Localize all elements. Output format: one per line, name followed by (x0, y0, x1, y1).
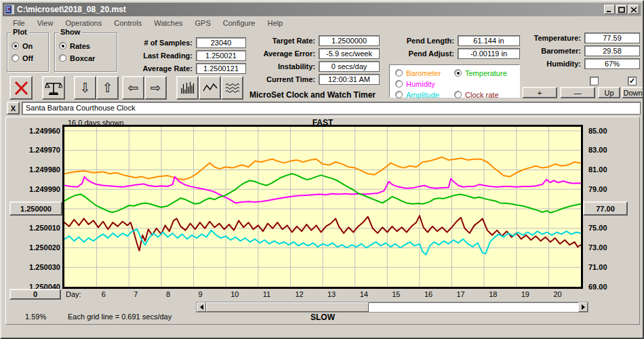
trace-radio-dot-humidity (395, 80, 403, 87)
field-value-average-rate: 1.2500121 (196, 63, 246, 74)
up-arrow-icon: ⇧ (102, 81, 113, 94)
menu-item-file[interactable]: File (7, 18, 31, 28)
field-value-instability: 0 secs/day (319, 61, 380, 72)
trace-label-clock-rate: Clock rate (465, 91, 499, 99)
field-label-target-rate: Target Rate: (245, 37, 315, 45)
field-label-temperature: Temperature: (506, 34, 581, 42)
minimize-button[interactable] (604, 5, 615, 14)
down-button[interactable]: Down (622, 87, 644, 98)
scroll-right-button[interactable] (578, 302, 588, 312)
line-plot-icon (202, 80, 218, 96)
session-name-field[interactable]: Santa Barbara Courthouse Clock (22, 102, 641, 115)
trace-radio-humidity[interactable]: Humidity (395, 79, 435, 88)
day-tick-12: 12 (295, 290, 303, 298)
percent-readout: 1.59% (25, 313, 46, 321)
field-value-current-time: 12:00:31 AM (319, 74, 380, 85)
menu-item-controls[interactable]: Controls (108, 18, 148, 28)
day-axis-label: Day: (66, 290, 81, 298)
arrow-down-button[interactable]: ⇩ (74, 76, 96, 100)
menu-item-help[interactable]: Help (262, 18, 289, 28)
day-tick-15: 15 (392, 290, 400, 298)
day-tick-6: 6 (102, 290, 106, 298)
radio-label-rates: Rates (70, 42, 90, 50)
arrow-right-button[interactable]: ⇨ (144, 76, 167, 100)
radio-plot-on[interactable]: On (12, 41, 33, 50)
field-barometer: Barometer:29.58 (506, 45, 640, 56)
smooth-view-button[interactable] (221, 76, 243, 100)
field-label-of-samples: # of Samples: (127, 39, 193, 47)
up-button[interactable]: Up (598, 87, 620, 98)
radio-show-boxcar[interactable]: Boxcar (59, 54, 95, 62)
menu-item-view[interactable]: View (31, 18, 60, 28)
day-tick-18: 18 (489, 290, 497, 298)
field-temperature: Temperature:77.59 (506, 33, 640, 43)
right-axis-button[interactable]: 77.00 (583, 201, 628, 216)
radio-dot-off (12, 54, 19, 62)
field-label-pend-length: Pend Length: (395, 37, 454, 45)
menu-item-watches[interactable]: Watches (148, 18, 188, 28)
chart-plot-svg (64, 127, 581, 287)
right-arrow-icon: ⇨ (150, 81, 161, 94)
trace-radio-dot-amplitude (395, 91, 403, 98)
trace-label-humidity: Humidity (406, 80, 435, 88)
minus-button[interactable]: — (560, 87, 595, 98)
trace-radio-barometer[interactable]: Barometer (395, 68, 441, 77)
red-x-icon (13, 80, 29, 96)
trace-radio-clock-rate[interactable]: Clock rate (454, 90, 499, 99)
menu-item-operations[interactable]: Operations (59, 18, 108, 28)
close-button[interactable] (628, 5, 639, 14)
plot-groupbox: Plot OnOff (7, 33, 49, 72)
field-label-average-error: Average Error: (245, 49, 315, 58)
right-axis-tick: 75.00 (588, 224, 630, 232)
trace-radio-amplitude[interactable]: Amplitude (395, 90, 439, 99)
plus-button[interactable]: + (522, 87, 557, 98)
histogram-view-button[interactable] (176, 76, 199, 100)
field-label-current-time: Current Time: (245, 75, 315, 83)
maximize-button[interactable] (616, 5, 627, 14)
checkbox-2[interactable]: ✓ (628, 77, 637, 85)
field-last-reading: Last Reading:1.250021 (127, 50, 246, 61)
clear-name-button[interactable]: X (7, 102, 20, 115)
radio-label-on: On (22, 42, 33, 50)
line-view-button[interactable] (199, 76, 221, 100)
field-label-last-reading: Last Reading: (127, 52, 193, 60)
left-axis-tick: 1.250030 (8, 263, 60, 271)
plus-button-label: + (538, 89, 542, 97)
day-tick-16: 16 (424, 290, 432, 298)
menu-item-configure[interactable]: Configure (217, 18, 262, 28)
left-axis-button[interactable]: 1.250000 (9, 201, 62, 216)
trace-radio-dot-temperature (454, 69, 462, 77)
balance-scale-icon (45, 80, 62, 96)
field-value-humidity: 67% (584, 58, 640, 69)
histogram-icon (180, 80, 196, 96)
radio-label-off: Off (22, 54, 33, 62)
zero-button[interactable]: 0 (9, 289, 61, 300)
balance-scale-button[interactable] (42, 76, 65, 100)
field-value-barometer: 29.58 (584, 45, 640, 56)
right-axis-tick: 85.00 (588, 127, 630, 135)
day-tick-20: 20 (553, 290, 561, 298)
radio-dot-boxcar (59, 54, 66, 62)
red-x-button[interactable] (9, 76, 33, 100)
arrow-up-button[interactable]: ⇧ (96, 76, 119, 100)
checkbox-1[interactable] (590, 77, 599, 85)
app-window: C:\microset\2018_08_20.mst FileViewOpera… (0, 0, 644, 339)
horizontal-scrollbar[interactable] (196, 302, 588, 313)
scrollbar-thumb[interactable] (206, 302, 369, 312)
minus-button-label: — (574, 89, 582, 97)
arrow-left-button[interactable]: ⇦ (122, 76, 144, 100)
field-value-temperature: 77.59 (584, 33, 640, 43)
trace-radio-temperature[interactable]: Temperature (454, 68, 507, 77)
chart-plot[interactable] (62, 125, 583, 289)
field-label-average-rate: Average Rate: (127, 64, 193, 73)
wavy-lines-icon (224, 80, 241, 96)
zero-button-label: 0 (33, 290, 37, 298)
radio-plot-off[interactable]: Off (12, 54, 33, 62)
scroll-left-button[interactable] (197, 302, 206, 312)
app-icon (5, 5, 14, 14)
menu-item-gps[interactable]: GPS (189, 18, 217, 28)
radio-show-rates[interactable]: Rates (59, 41, 90, 50)
day-tick-14: 14 (360, 290, 368, 298)
left-axis-tick: 1.250020 (8, 243, 60, 252)
radio-dot-on (12, 42, 19, 49)
